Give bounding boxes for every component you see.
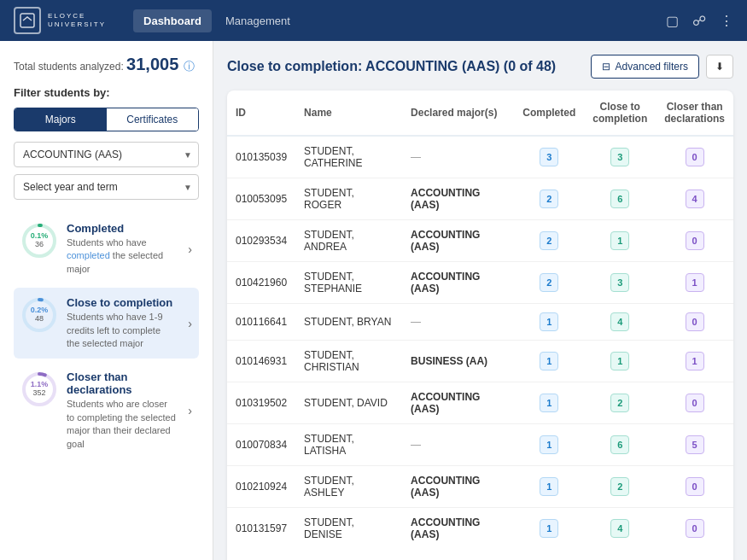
calendar-icon[interactable]: ▢ [666, 13, 679, 29]
data-table-card: ID Name Declared major(s) Completed Clos… [227, 90, 733, 560]
metric-completed[interactable]: 0.1% 36 Completed Students who have comp… [14, 213, 199, 284]
badge-completed: 2 [540, 231, 558, 250]
pagination: ‹ 1 2 3 4 5 › 10 / page ▾ [227, 549, 733, 560]
brand: ELOYCE UNIVERSITY [14, 7, 106, 34]
major-select-wrapper: ACCOUNTING (AAS) BUSINESS (AA) COMPUTER … [14, 142, 199, 167]
cell-close: 1 [584, 341, 656, 382]
cell-major: ACCOUNTING (AAS) [402, 508, 514, 550]
info-icon[interactable]: ⓘ [184, 60, 195, 73]
cell-completed: 1 [514, 341, 584, 382]
badge-completed: 1 [540, 394, 558, 412]
grid-icon[interactable]: ⋮ [720, 13, 733, 29]
metric-close[interactable]: 0.2% 48 Close to completion Students who… [14, 288, 199, 359]
badge-close: 4 [610, 519, 629, 538]
cell-id: 010293534 [227, 220, 295, 262]
total-count: 31,005 [126, 55, 178, 73]
metric-close-title: Close to completion [67, 296, 176, 309]
cell-completed: 1 [514, 424, 584, 466]
cell-name: STUDENT, LATISHA [295, 424, 402, 466]
badge-closer: 0 [686, 148, 704, 166]
major-select[interactable]: ACCOUNTING (AAS) BUSINESS (AA) COMPUTER … [14, 142, 199, 167]
major-value: ACCOUNTING (AAS) [411, 475, 480, 499]
gauge-closer: 1.1% 352 [20, 370, 58, 408]
metric-completed-arrow: › [188, 242, 192, 256]
completed-link[interactable]: completed [67, 250, 110, 260]
cell-closer: 1 [656, 341, 733, 382]
table-row: 010210924 STUDENT, ASHLEY ACCOUNTING (AA… [227, 466, 733, 508]
cell-major: BUSINESS (AA) [402, 341, 514, 382]
cell-id: 010131597 [227, 508, 295, 550]
cell-major: ACCOUNTING (AAS) [402, 262, 514, 304]
nav-dashboard[interactable]: Dashboard [133, 9, 212, 32]
badge-completed: 1 [540, 352, 558, 370]
cell-id: 010135039 [227, 136, 295, 178]
badge-closer: 5 [686, 435, 704, 454]
col-name: Name [295, 90, 402, 136]
cell-major: ACCOUNTING (AAS) [402, 466, 514, 508]
metric-closer-title: Closer than declarations [67, 370, 176, 396]
badge-close: 1 [610, 352, 629, 370]
cell-close: 2 [584, 466, 656, 508]
cell-id: 010070834 [227, 424, 295, 466]
cell-closer: 1 [656, 262, 733, 304]
download-button[interactable]: ⬇ [706, 55, 733, 79]
cell-close: 1 [584, 220, 656, 262]
cell-close: 3 [584, 262, 656, 304]
tab-majors[interactable]: Majors [15, 108, 107, 131]
app-body: Total students analyzed: 31,005 ⓘ Filter… [0, 41, 747, 560]
sidebar: Total students analyzed: 31,005 ⓘ Filter… [0, 41, 213, 560]
cell-major: — [402, 304, 514, 341]
metric-closer-desc: Students who are closer to completing th… [67, 398, 176, 451]
metric-cards: 0.1% 36 Completed Students who have comp… [14, 213, 199, 459]
cell-close: 2 [584, 382, 656, 424]
col-close: Close tocompletion [584, 90, 656, 136]
cell-id: 010319502 [227, 382, 295, 424]
term-select[interactable]: Select year and term 2023 Fall 2023 Spri… [14, 174, 199, 200]
cell-closer: 0 [656, 304, 733, 341]
badge-close: 2 [610, 477, 629, 496]
cell-completed: 3 [514, 136, 584, 178]
cell-major: — [402, 424, 514, 466]
col-completed: Completed [514, 90, 584, 136]
badge-completed: 1 [540, 435, 558, 454]
col-id: ID [227, 90, 295, 136]
major-value: ACCOUNTING (AAS) [411, 187, 480, 211]
badge-closer: 0 [686, 231, 704, 250]
filter-title: Filter students by: [14, 86, 199, 99]
cell-close: 6 [584, 178, 656, 220]
metric-completed-desc: Students who have completed the selected… [67, 236, 176, 276]
major-value: ACCOUNTING (AAS) [411, 391, 480, 415]
total-students: Total students analyzed: 31,005 ⓘ [14, 55, 199, 74]
bell-icon[interactable]: ☍ [692, 13, 706, 29]
nav-management[interactable]: Management [215, 9, 301, 32]
badge-completed: 1 [540, 477, 558, 496]
metric-closer-arrow: › [188, 404, 192, 417]
metric-closer[interactable]: 1.1% 352 Closer than declarations Studen… [14, 362, 199, 459]
badge-completed: 3 [540, 148, 558, 166]
total-label: Total students analyzed: [14, 61, 124, 73]
section-header: Close to completion: ACCOUNTING (AAS) (0… [227, 55, 733, 79]
major-value: ACCOUNTING (AAS) [411, 516, 480, 540]
table-row: 010070834 STUDENT, LATISHA — 1 6 5 [227, 424, 733, 466]
metric-closer-info: Closer than declarations Students who ar… [67, 370, 176, 451]
metric-completed-title: Completed [67, 222, 176, 235]
cell-close: 3 [584, 136, 656, 178]
table-row: 010116641 STUDENT, BRYAN — 1 4 0 [227, 304, 733, 341]
tab-certificates[interactable]: Certificates [107, 108, 199, 131]
badge-close: 4 [610, 312, 629, 331]
major-dash: — [411, 151, 421, 163]
cell-name: STUDENT, CATHERINE [295, 136, 402, 178]
badge-close: 6 [610, 190, 629, 208]
badge-close: 6 [610, 435, 629, 454]
badge-closer: 0 [686, 519, 704, 538]
brand-name: ELOYCE UNIVERSITY [48, 12, 106, 28]
advanced-filters-button[interactable]: ⊟ Advanced filters [591, 55, 699, 79]
table-row: 010146931 STUDENT, CHRISTIAN BUSINESS (A… [227, 341, 733, 382]
table-header-row: ID Name Declared major(s) Completed Clos… [227, 90, 733, 136]
table-row: 010293534 STUDENT, ANDREA ACCOUNTING (AA… [227, 220, 733, 262]
cell-name: STUDENT, BRYAN [295, 304, 402, 341]
table-row: 010135039 STUDENT, CATHERINE — 3 3 0 [227, 136, 733, 178]
cell-closer: 0 [656, 466, 733, 508]
major-dash: — [411, 439, 421, 451]
gauge-close: 0.2% 48 [20, 296, 58, 334]
